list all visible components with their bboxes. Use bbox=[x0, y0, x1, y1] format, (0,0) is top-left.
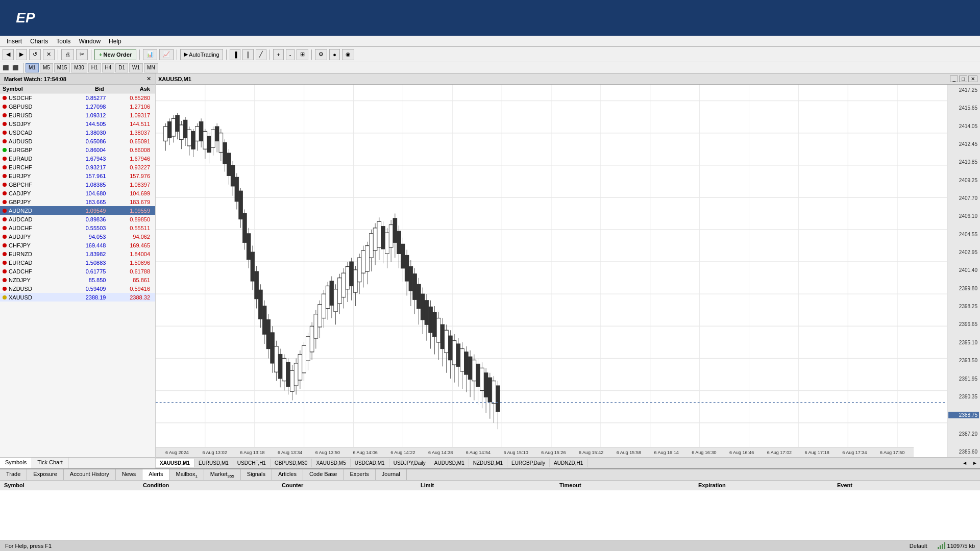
menu-tools[interactable]: Tools bbox=[52, 37, 75, 46]
symbol-row-audusd[interactable]: AUDUSD 0.65086 0.65091 bbox=[0, 137, 155, 145]
symbol-row-gbpusd[interactable]: GBPUSD 1.27098 1.27106 bbox=[0, 102, 155, 111]
alerts-col-expiration: Expiration bbox=[698, 482, 837, 488]
chart-tab-eurgbp-daily[interactable]: EURGBP,Daily bbox=[507, 459, 550, 467]
refresh-btn[interactable]: ↺ bbox=[29, 49, 41, 60]
chart-btn1[interactable]: 📊 bbox=[143, 49, 157, 60]
stop-btn[interactable]: ✕ bbox=[43, 49, 55, 60]
chart-tab-xauusd-m1[interactable]: XAUUSD,M1 bbox=[156, 459, 194, 467]
tab-trade[interactable]: Trade bbox=[0, 469, 27, 480]
bid-gbpchf: 1.08385 bbox=[62, 182, 106, 188]
tab-experts[interactable]: Experts bbox=[344, 469, 375, 480]
symbol-row-xauusd[interactable]: XAUUSD 2388.19 2388.32 bbox=[0, 293, 155, 302]
menu-charts[interactable]: Charts bbox=[26, 37, 52, 46]
chart-body[interactable]: 2417.25 2415.65 2414.05 2412.45 2410.85 … bbox=[156, 85, 980, 457]
tf-h4[interactable]: H4 bbox=[102, 63, 115, 72]
symbol-row-eurusd[interactable]: EURUSD 1.09312 1.09317 bbox=[0, 111, 155, 119]
svg-rect-55 bbox=[219, 133, 223, 153]
tab-exposure[interactable]: Exposure bbox=[27, 469, 63, 480]
grid-btn[interactable]: ⊞ bbox=[297, 49, 308, 60]
tf-m30[interactable]: M30 bbox=[71, 63, 87, 72]
chart-tab-usdcad-m1[interactable]: USDCAD,M1 bbox=[351, 459, 389, 467]
tab-symbols[interactable]: Symbols bbox=[0, 458, 32, 468]
menu-window[interactable]: Window bbox=[75, 37, 105, 46]
symbol-row-usdjpy[interactable]: USDJPY 144.505 144.511 bbox=[0, 119, 155, 128]
tab-account-history[interactable]: Account History bbox=[64, 469, 116, 480]
menu-insert[interactable]: Insert bbox=[3, 37, 26, 46]
autotrading-btn[interactable]: ▶ AutoTrading bbox=[180, 49, 223, 60]
symbol-row-nzdjpy[interactable]: NZDJPY 85.850 85.861 bbox=[0, 276, 155, 284]
price-axis: 2417.25 2415.65 2414.05 2412.45 2410.85 … bbox=[947, 85, 980, 457]
tab-signals[interactable]: Signals bbox=[241, 469, 272, 480]
chart-tab-usdjpy-daily[interactable]: USDJPY,Daily bbox=[389, 459, 430, 467]
settings-btn[interactable]: ● bbox=[329, 49, 340, 60]
chart-minimize-btn[interactable]: _ bbox=[950, 76, 958, 82]
chart-tabs-prev[interactable]: ◄ bbox=[960, 459, 970, 467]
chart-tab-usdchf-h1[interactable]: USDCHF,H1 bbox=[233, 459, 271, 467]
symbol-row-euraud[interactable]: EURAUD 1.67943 1.67946 bbox=[0, 154, 155, 163]
tab-alerts[interactable]: Alerts bbox=[142, 469, 169, 480]
symbol-row-audcad[interactable]: AUDCAD 0.89836 0.89850 bbox=[0, 215, 155, 223]
tab-code-base[interactable]: Code Base bbox=[303, 469, 344, 480]
tab-tick-chart[interactable]: Tick Chart bbox=[32, 458, 68, 468]
chart-tabs-next[interactable]: ► bbox=[970, 459, 980, 467]
chart-tab-nzdusd-m1[interactable]: NZDUSD,M1 bbox=[469, 459, 507, 467]
symbol-row-audnzd[interactable]: AUDNZD 1.09549 1.09559 bbox=[0, 206, 155, 215]
symbol-row-cadchf[interactable]: CADCHF 0.61775 0.61788 bbox=[0, 267, 155, 276]
time-1302: 6 Aug 13:02 bbox=[196, 450, 234, 455]
chart-btn2[interactable]: 📈 bbox=[159, 49, 174, 60]
print-btn[interactable]: 🖨 bbox=[61, 49, 74, 60]
tab-market[interactable]: Market355 bbox=[204, 469, 241, 480]
chart-tab-eurusd-m1[interactable]: EURUSD,M1 bbox=[194, 459, 233, 467]
tab-mailbox[interactable]: Mailbox1 bbox=[169, 469, 204, 480]
symbol-row-gbpchf[interactable]: GBPCHF 1.08385 1.08397 bbox=[0, 180, 155, 189]
zoom-in-btn[interactable]: + bbox=[273, 49, 283, 60]
expert-btn[interactable]: ⚙ bbox=[315, 49, 327, 60]
back-btn[interactable]: ◀ bbox=[3, 49, 14, 60]
tf-w1[interactable]: W1 bbox=[129, 63, 143, 72]
ask-nzdjpy: 85.861 bbox=[106, 277, 153, 283]
col-symbol: Symbol bbox=[3, 86, 58, 92]
symbol-row-eurcad[interactable]: EURCAD 1.50883 1.50896 bbox=[0, 258, 155, 267]
symbol-row-chfjpy[interactable]: CHFJPY 169.448 169.465 bbox=[0, 241, 155, 249]
menu-help[interactable]: Help bbox=[105, 37, 126, 46]
svg-rect-79 bbox=[266, 320, 271, 349]
chart-tab-xauusd-m5[interactable]: XAUUSD,M5 bbox=[312, 459, 350, 467]
cut-btn[interactable]: ✂ bbox=[76, 49, 88, 60]
symbol-row-eurchf[interactable]: EURCHF 0.93217 0.93227 bbox=[0, 163, 155, 171]
symbol-row-eurgbp[interactable]: EURGBP 0.86004 0.86008 bbox=[0, 145, 155, 154]
symbol-row-usdcad[interactable]: USDCAD 1.38030 1.38037 bbox=[0, 128, 155, 137]
zoom-out-btn[interactable]: - bbox=[286, 49, 295, 60]
tf-m1[interactable]: M1 bbox=[26, 63, 39, 72]
line-btn[interactable]: ╱ bbox=[256, 49, 266, 60]
tf-mn[interactable]: MN bbox=[144, 63, 158, 72]
symbol-row-nzdusd[interactable]: NZDUSD 0.59409 0.59416 bbox=[0, 284, 155, 293]
tab-news[interactable]: News bbox=[116, 469, 143, 480]
tf-m15[interactable]: M15 bbox=[54, 63, 70, 72]
tf-d1[interactable]: D1 bbox=[115, 63, 128, 72]
chart-tab-gbpusd-m30[interactable]: GBPUSD,M30 bbox=[271, 459, 312, 467]
chart-tab-audusd-m1[interactable]: AUDUSD,M1 bbox=[430, 459, 469, 467]
chart-close-btn[interactable]: ✕ bbox=[968, 76, 977, 82]
bar-chart-btn[interactable]: ▐ bbox=[230, 49, 241, 60]
market-watch-close[interactable]: ✕ bbox=[146, 76, 151, 82]
tf-m5[interactable]: M5 bbox=[40, 63, 53, 72]
price-2387: 2387.20 bbox=[948, 431, 979, 437]
symbol-row-audjpy[interactable]: AUDJPY 94.053 94.062 bbox=[0, 232, 155, 241]
symbol-row-eurnzd[interactable]: EURNZD 1.83982 1.84004 bbox=[0, 249, 155, 258]
symbol-row-gbpjpy[interactable]: GBPJPY 183.665 183.679 bbox=[0, 197, 155, 206]
tf-h1[interactable]: H1 bbox=[88, 63, 101, 72]
alert-btn[interactable]: ◉ bbox=[342, 49, 354, 60]
chart-tab-audnzd-h1[interactable]: AUDNZD,H1 bbox=[550, 459, 587, 467]
symbol-row-cadjpy[interactable]: CADJPY 104.680 104.699 bbox=[0, 189, 155, 197]
candle-btn[interactable]: ║ bbox=[242, 49, 254, 60]
new-order-button[interactable]: + New Order bbox=[94, 49, 136, 60]
chart-maximize-btn[interactable]: □ bbox=[959, 76, 967, 82]
symbol-dot-nzdjpy bbox=[3, 278, 7, 282]
symbol-row-usdchf[interactable]: USDCHF 0.85277 0.85280 bbox=[0, 93, 155, 102]
symbol-row-audchf[interactable]: AUDCHF 0.55503 0.55511 bbox=[0, 223, 155, 232]
tab-journal[interactable]: Journal bbox=[376, 469, 407, 480]
symbol-row-eurjpy[interactable]: EURJPY 157.961 157.976 bbox=[0, 171, 155, 180]
price-2393: 2393.50 bbox=[948, 358, 979, 363]
forward-btn[interactable]: ▶ bbox=[16, 49, 27, 60]
tab-articles[interactable]: Articles bbox=[272, 469, 303, 480]
